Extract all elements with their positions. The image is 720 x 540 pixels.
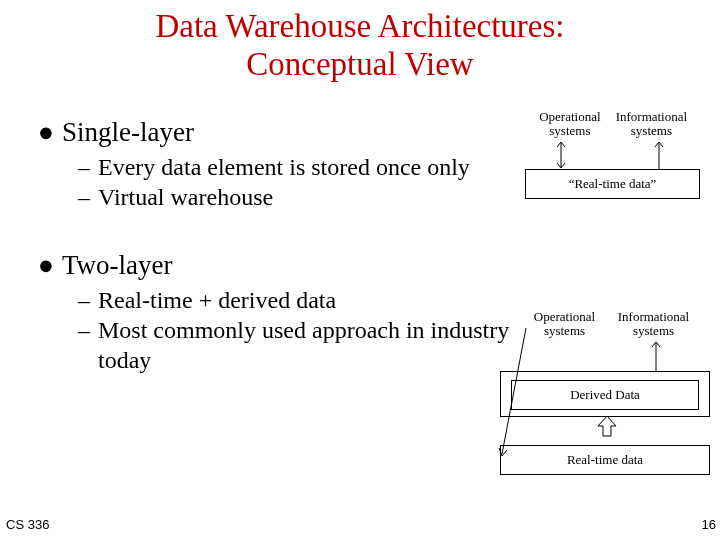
bullet-text: Single-layer xyxy=(62,117,194,148)
bullet-two-layer: ● Two-layer xyxy=(30,250,520,281)
title-line-2: Conceptual View xyxy=(246,46,473,82)
bullet-single-layer: ● Single-layer xyxy=(30,117,520,148)
footer-page: 16 xyxy=(702,517,716,532)
label-text: Informational systems xyxy=(618,309,689,338)
sub-bullet: – Virtual warehouse xyxy=(78,182,520,212)
svg-marker-4 xyxy=(598,416,616,436)
box-label: Real-time data xyxy=(567,452,643,467)
block-up-arrow-icon xyxy=(596,414,618,438)
sub-bullet: – Most commonly used approach in industr… xyxy=(78,315,520,375)
box-label: “Real-time data” xyxy=(569,176,657,191)
up-arrow-icon xyxy=(650,340,662,372)
dash-icon: – xyxy=(78,285,98,315)
double-arrow-icon xyxy=(555,140,567,170)
sub-bullet-text: Virtual warehouse xyxy=(98,182,520,212)
svg-line-2 xyxy=(502,328,526,454)
up-arrow-icon xyxy=(653,140,665,170)
realtime-data-box: “Real-time data” xyxy=(525,169,700,199)
diagram-single-layer: Operational systems Informational system… xyxy=(525,110,700,199)
dash-icon: – xyxy=(78,152,98,182)
sub-bullet-text: Most commonly used approach in industry … xyxy=(98,315,520,375)
derived-data-box: Derived Data xyxy=(511,380,699,410)
down-arrow-icon xyxy=(496,322,532,462)
sub-bullet: – Every data element is stored once only xyxy=(78,152,520,182)
label-text: Operational systems xyxy=(534,309,595,338)
label-operational: Operational systems xyxy=(531,110,609,139)
bullet-text: Two-layer xyxy=(62,250,173,281)
dash-icon: – xyxy=(78,182,98,212)
label-text: Operational systems xyxy=(539,109,600,138)
label-informational: Informational systems xyxy=(607,310,700,339)
title-line-1: Data Warehouse Architectures: xyxy=(155,8,564,44)
label-informational: Informational systems xyxy=(609,110,694,139)
sub-bullet-text: Real-time + derived data xyxy=(98,285,520,315)
slide-title: Data Warehouse Architectures: Conceptual… xyxy=(0,0,720,84)
bullet-dot-icon: ● xyxy=(30,250,62,281)
diagram-two-layer: Operational systems Informational system… xyxy=(500,310,710,475)
sub-bullet: – Real-time + derived data xyxy=(78,285,520,315)
sub-bullet-text: Every data element is stored once only xyxy=(98,152,520,182)
label-operational: Operational systems xyxy=(522,310,607,339)
dash-icon: – xyxy=(78,315,98,375)
bullet-dot-icon: ● xyxy=(30,117,62,148)
box-label: Derived Data xyxy=(570,387,640,402)
footer-course: CS 336 xyxy=(6,517,49,532)
label-text: Informational systems xyxy=(616,109,687,138)
slide-body: ● Single-layer – Every data element is s… xyxy=(30,105,520,375)
